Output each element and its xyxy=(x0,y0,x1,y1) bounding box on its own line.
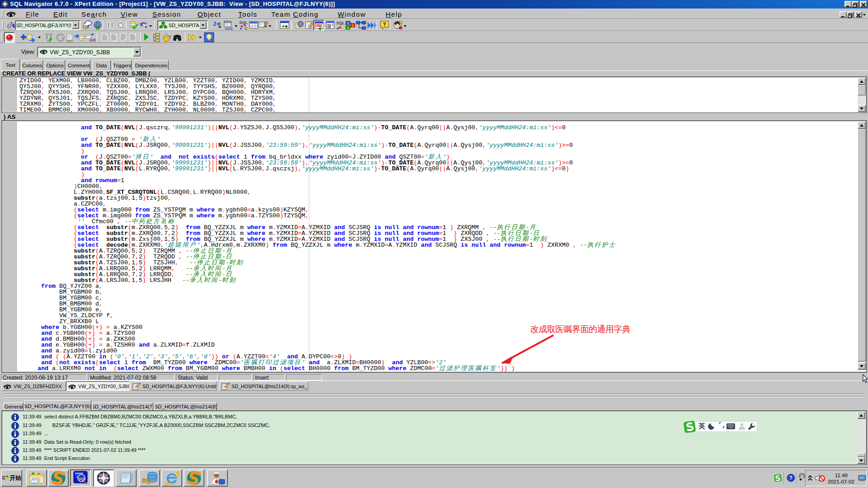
svg-text:SQL: SQL xyxy=(336,21,345,25)
svg-text:2: 2 xyxy=(213,21,217,27)
svg-text:?: ? xyxy=(789,475,793,481)
svg-text:SQL: SQL xyxy=(66,39,74,42)
svg-text:SQL: SQL xyxy=(142,477,154,484)
svg-text:SQL: SQL xyxy=(239,20,248,25)
svg-text:2: 2 xyxy=(331,23,334,27)
svg-text:2: 2 xyxy=(352,23,354,28)
svg-text:1: 1 xyxy=(328,24,330,28)
svg-text:?: ? xyxy=(383,22,386,27)
svg-text:3: 3 xyxy=(347,26,349,30)
svg-text:1010: 1010 xyxy=(225,27,233,30)
svg-text:SQL: SQL xyxy=(79,477,86,481)
svg-text:1: 1 xyxy=(347,21,349,25)
svg-text:ddl: ddl xyxy=(90,38,96,42)
